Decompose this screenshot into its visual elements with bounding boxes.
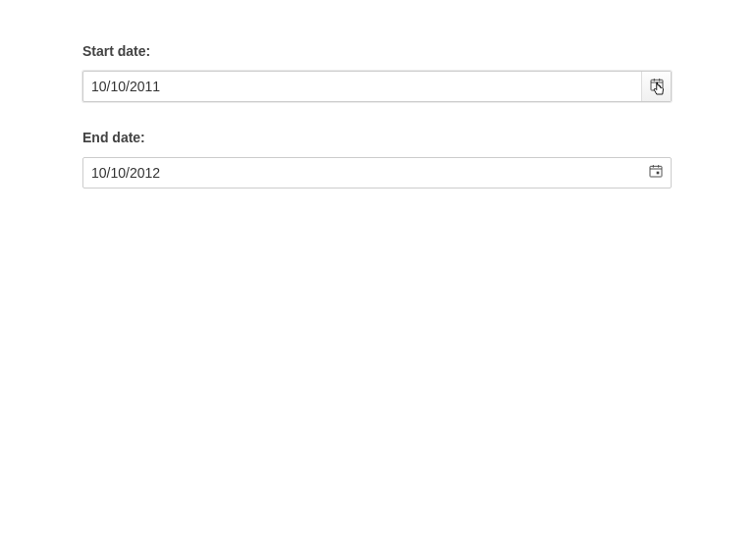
end-date-calendar-button[interactable] — [641, 158, 671, 188]
start-date-calendar-button[interactable] — [641, 72, 671, 101]
start-date-input-wrapper — [82, 71, 672, 102]
end-date-input-wrapper — [82, 157, 672, 189]
end-date-group: End date: — [82, 130, 674, 189]
svg-rect-9 — [657, 172, 660, 175]
calendar-icon — [648, 163, 664, 183]
end-date-label: End date: — [82, 130, 674, 145]
start-date-input[interactable] — [83, 72, 641, 101]
svg-rect-5 — [650, 166, 662, 177]
start-date-group: Start date: — [82, 43, 674, 102]
start-date-label: Start date: — [82, 43, 674, 59]
calendar-icon — [649, 77, 665, 96]
end-date-input[interactable] — [83, 158, 641, 188]
svg-rect-4 — [657, 85, 660, 88]
svg-rect-0 — [651, 80, 663, 90]
